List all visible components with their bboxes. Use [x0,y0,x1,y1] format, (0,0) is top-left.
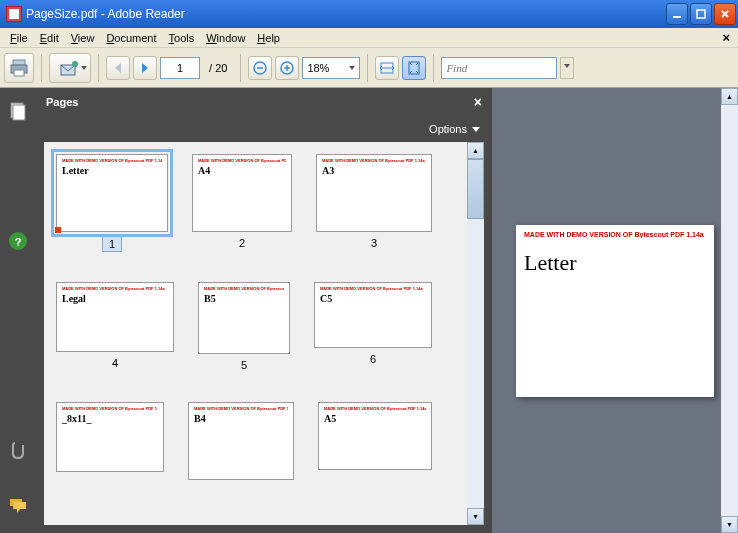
pages-panel-title: Pages [46,96,78,108]
arrow-left-icon [110,60,126,76]
svg-rect-1 [697,10,705,18]
thumbnails-scrollbar[interactable]: ▲ ▼ [467,142,484,525]
zoom-out-button[interactable] [248,56,272,80]
print-button[interactable] [4,53,34,83]
help-button[interactable]: ? [7,230,29,252]
menu-edit[interactable]: Edit [34,30,65,46]
titlebar: PageSize.pdf - Adobe Reader [0,0,738,28]
page-total-label: / 20 [203,62,233,74]
svg-text:?: ? [15,236,22,248]
current-page-input[interactable] [160,57,200,79]
separator [240,54,241,82]
document-area: MADE WITH DEMO VERSION OF Bytescout PDF … [492,88,738,533]
menu-help[interactable]: Help [251,30,286,46]
thumbnails-grid: MADE WITH DEMO VERSION OF Bytescout PDF … [44,142,467,525]
collab-button[interactable] [49,53,91,83]
minus-icon [253,61,267,75]
scroll-down-button[interactable]: ▼ [721,516,738,533]
pages-panel-header: Pages × [36,88,492,116]
svg-rect-0 [673,16,681,18]
menu-document[interactable]: Document [100,30,162,46]
thumb-number: 6 [364,352,382,366]
scroll-track[interactable] [467,159,484,508]
fit-page-button[interactable] [402,56,426,80]
thumb-number: 1 [102,236,122,252]
document-close-button[interactable]: × [718,30,734,45]
separator [98,54,99,82]
toolbar: / 20 18% [0,48,738,88]
document-scrollbar[interactable]: ▲ ▼ [721,88,738,533]
page-thumb[interactable]: MADE WITH DEMO VERSION OF Bytescout PDF … [314,282,432,348]
menu-window[interactable]: Window [200,30,251,46]
svg-rect-6 [14,70,24,76]
chevron-down-icon [564,64,570,68]
fit-width-button[interactable] [375,56,399,80]
fit-width-icon [379,60,395,76]
menu-view[interactable]: View [65,30,101,46]
comments-button[interactable] [7,495,29,517]
pages-nav-button[interactable] [7,100,29,122]
pages-panel-close-button[interactable]: × [474,94,482,110]
attachments-button[interactable] [7,439,29,461]
thumb-number: 2 [233,236,251,250]
prev-page-button[interactable] [106,56,130,80]
pages-panel: Pages × Options MADE WITH DEMO VERSION O… [36,88,492,533]
page-watermark: MADE WITH DEMO VERSION OF Bytescout PDF … [524,231,706,238]
options-label: Options [429,123,467,135]
chevron-down-icon [349,66,355,70]
help-icon: ? [8,231,28,251]
minimize-button[interactable] [666,3,688,25]
scroll-up-button[interactable]: ▲ [721,88,738,105]
workspace: ? Pages × Options MADE WITH DEMO VERSION… [0,88,738,533]
separator [433,54,434,82]
page-thumb[interactable]: MADE WITH DEMO VERSION OF Bytescout PDF … [56,282,174,352]
pages-icon [8,101,28,121]
pdf-document-icon [6,6,22,22]
scroll-track[interactable] [721,105,738,516]
menu-tools[interactable]: Tools [163,30,201,46]
svg-rect-4 [13,60,25,65]
zoom-select[interactable]: 18% [302,57,360,79]
page-view: MADE WITH DEMO VERSION OF Bytescout PDF … [516,225,714,397]
next-page-button[interactable] [133,56,157,80]
menu-file[interactable]: File [4,30,34,46]
page-thumb[interactable]: MADE WITH DEMO VERSION OF Bytescout PDF … [192,154,292,232]
menubar: File Edit View Document Tools Window Hel… [0,28,738,48]
page-thumb[interactable]: MADE WITH DEMO VERSION OF Bytescout PDF … [56,402,164,472]
separator [367,54,368,82]
page-thumb[interactable]: MADE WITH DEMO VERSION OF Bytescout PDF … [318,402,432,470]
nav-strip: ? [0,88,36,533]
thumb-number: 5 [235,358,253,372]
chevron-down-icon [81,66,87,70]
page-thumb[interactable]: MADE WITH DEMO VERSION OF Bytescout PDF … [56,154,168,232]
envelope-person-icon [60,59,80,77]
zoom-in-button[interactable] [275,56,299,80]
paperclip-icon [9,440,27,460]
close-button[interactable] [714,3,736,25]
find-input[interactable] [446,62,552,74]
plus-icon [280,61,294,75]
chevron-down-icon [472,127,480,132]
scroll-thumb[interactable] [467,159,484,219]
thumb-number: 4 [106,356,124,370]
thumbnails-area: MADE WITH DEMO VERSION OF Bytescout PDF … [44,142,484,525]
window-title: PageSize.pdf - Adobe Reader [26,7,666,21]
page-thumb[interactable]: MADE WITH DEMO VERSION OF Bytescout PDF … [198,282,290,354]
printer-icon [9,59,29,77]
separator [41,54,42,82]
svg-point-8 [72,61,78,67]
zoom-value: 18% [307,62,329,74]
page-label: Letter [524,250,706,276]
page-thumb[interactable]: MADE WITH DEMO VERSION OF Bytescout PDF … [316,154,432,232]
scroll-up-button[interactable]: ▲ [467,142,484,159]
pages-options-button[interactable]: Options [36,116,492,142]
arrow-right-icon [137,60,153,76]
find-options-button[interactable] [560,57,574,79]
svg-rect-18 [13,105,25,120]
thumb-number: 3 [365,236,383,250]
maximize-button[interactable] [690,3,712,25]
page-thumb[interactable]: MADE WITH DEMO VERSION OF Bytescout PDF … [188,402,294,480]
scroll-down-button[interactable]: ▼ [467,508,484,525]
fit-page-icon [406,60,422,76]
find-field[interactable] [441,57,557,79]
